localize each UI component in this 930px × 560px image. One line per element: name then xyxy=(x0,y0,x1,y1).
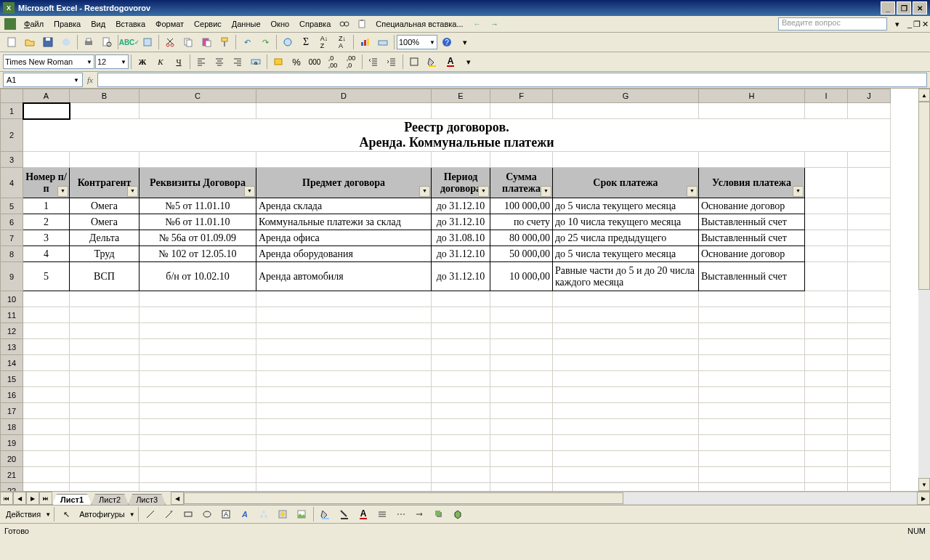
cell-J13[interactable] xyxy=(848,339,891,355)
col-header-G[interactable]: G xyxy=(553,89,699,103)
cell-H7[interactable]: Выставленный счет xyxy=(699,230,805,246)
copy-icon[interactable] xyxy=(179,33,197,51)
cell-B12[interactable] xyxy=(70,323,140,339)
menu-insert[interactable]: Вставка xyxy=(110,18,150,30)
cell-E3[interactable] xyxy=(432,152,490,168)
cell-A3[interactable] xyxy=(23,152,70,168)
cell-F8[interactable]: 50 000,00 xyxy=(490,246,553,262)
help-icon[interactable]: ? xyxy=(438,33,456,51)
open-icon[interactable] xyxy=(21,33,39,51)
cell-I13[interactable] xyxy=(805,339,848,355)
cell-A13[interactable] xyxy=(23,339,70,355)
cell-B10[interactable] xyxy=(70,291,140,307)
row-header-16[interactable]: 16 xyxy=(1,387,23,403)
cell-G19[interactable] xyxy=(553,435,699,451)
cell-B13[interactable] xyxy=(70,339,140,355)
cell-H3[interactable] xyxy=(699,152,805,168)
cell-G9[interactable]: Равные части до 5 и до 20 числа каждого … xyxy=(553,262,699,291)
new-icon[interactable] xyxy=(3,33,20,51)
cell-G14[interactable] xyxy=(553,355,699,371)
fx-icon[interactable]: fx xyxy=(87,76,93,84)
col-header-A[interactable]: A xyxy=(23,89,70,103)
cell-H16[interactable] xyxy=(699,387,805,403)
cell-A11[interactable] xyxy=(23,307,70,323)
filter-arrow[interactable]: ▼ xyxy=(478,186,489,197)
underline-button[interactable]: Ч xyxy=(170,53,187,70)
cell-C6[interactable]: №6 от 11.01.10 xyxy=(140,214,256,230)
print-icon[interactable] xyxy=(80,33,97,51)
cell-B11[interactable] xyxy=(70,307,140,323)
cell-F9[interactable]: 10 000,00 xyxy=(490,262,553,291)
doc-close-button[interactable]: ✕ xyxy=(922,20,929,29)
draw-actions-menu[interactable]: Действия xyxy=(3,510,44,519)
line-color-icon[interactable] xyxy=(336,506,353,523)
doc-restore-button[interactable]: ❐ xyxy=(913,20,921,29)
filter-arrow[interactable]: ▼ xyxy=(793,186,804,197)
cell-A2[interactable]: Реестр договоров.Аренда. Коммунальные пл… xyxy=(23,119,891,152)
minimize-button[interactable]: _ xyxy=(881,1,895,15)
cell-F11[interactable] xyxy=(490,307,553,323)
shadow-icon[interactable] xyxy=(430,506,448,523)
col-header-J[interactable]: J xyxy=(848,89,891,103)
cell-I21[interactable] xyxy=(805,467,848,483)
col-header-I[interactable]: I xyxy=(805,89,848,103)
menu-help[interactable]: Справка xyxy=(294,18,336,30)
cell-F7[interactable]: 80 000,00 xyxy=(490,230,553,246)
cell-J9[interactable] xyxy=(848,262,891,291)
cell-D12[interactable] xyxy=(256,323,432,339)
cell-D19[interactable] xyxy=(256,435,432,451)
save-icon[interactable] xyxy=(39,33,57,51)
cell-A16[interactable] xyxy=(23,387,70,403)
cell-H8[interactable]: Основание договор xyxy=(699,246,805,262)
cell-F5[interactable]: 100 000,00 xyxy=(490,198,553,214)
cell-D4[interactable]: Предмет договора▼ xyxy=(256,168,432,198)
cell-I19[interactable] xyxy=(805,435,848,451)
cell-A4[interactable]: Номер п/п▼ xyxy=(23,168,70,198)
increase-decimal-icon[interactable]: ,0,00 xyxy=(324,53,341,70)
cell-F19[interactable] xyxy=(490,435,553,451)
dash-style-icon[interactable] xyxy=(392,506,410,523)
cell-C8[interactable]: № 102 от 12.05.10 xyxy=(140,246,256,262)
cell-J3[interactable] xyxy=(848,152,891,168)
help-search-input[interactable]: Введите вопрос xyxy=(778,17,887,31)
cell-E14[interactable] xyxy=(432,355,490,371)
cell-H17[interactable] xyxy=(699,403,805,419)
wordart-icon[interactable]: A xyxy=(236,506,254,523)
cell-H18[interactable] xyxy=(699,419,805,435)
cell-A12[interactable] xyxy=(23,323,70,339)
arrow-right-icon[interactable]: → xyxy=(486,15,504,33)
menu-file[interactable]: Файл xyxy=(19,18,49,30)
cell-C9[interactable]: б/н от 10.02.10 xyxy=(140,262,256,291)
cell-E19[interactable] xyxy=(432,435,490,451)
cell-A1[interactable] xyxy=(23,103,70,119)
restore-button[interactable]: ❐ xyxy=(897,1,911,15)
cell-I14[interactable] xyxy=(805,355,848,371)
cell-C14[interactable] xyxy=(140,355,256,371)
cell-C3[interactable] xyxy=(140,152,256,168)
scroll-up-button[interactable]: ▲ xyxy=(918,89,930,102)
cell-C21[interactable] xyxy=(140,467,256,483)
cell-E20[interactable] xyxy=(432,451,490,467)
scroll-right-button[interactable]: ▶ xyxy=(917,492,930,505)
cell-A6[interactable]: 2 xyxy=(23,214,70,230)
cell-E18[interactable] xyxy=(432,419,490,435)
cell-G12[interactable] xyxy=(553,323,699,339)
filter-arrow[interactable]: ▼ xyxy=(419,186,430,197)
3d-icon[interactable] xyxy=(449,506,466,523)
cell-C11[interactable] xyxy=(140,307,256,323)
binoculars-icon[interactable] xyxy=(336,15,353,33)
cell-A5[interactable]: 1 xyxy=(23,198,70,214)
cell-A19[interactable] xyxy=(23,435,70,451)
sheet-tab-2[interactable]: Лист2 xyxy=(91,494,129,505)
cell-A7[interactable]: 3 xyxy=(23,230,70,246)
bold-button[interactable]: Ж xyxy=(134,53,151,70)
menu-window[interactable]: Окно xyxy=(266,18,295,30)
cell-J11[interactable] xyxy=(848,307,891,323)
cut-icon[interactable] xyxy=(161,33,179,51)
cell-J15[interactable] xyxy=(848,371,891,387)
cell-G8[interactable]: до 5 числа текущего месяца xyxy=(553,246,699,262)
diagram-icon[interactable] xyxy=(255,506,272,523)
cell-G21[interactable] xyxy=(553,467,699,483)
col-header-D[interactable]: D xyxy=(256,89,432,103)
row-header-18[interactable]: 18 xyxy=(1,419,23,435)
